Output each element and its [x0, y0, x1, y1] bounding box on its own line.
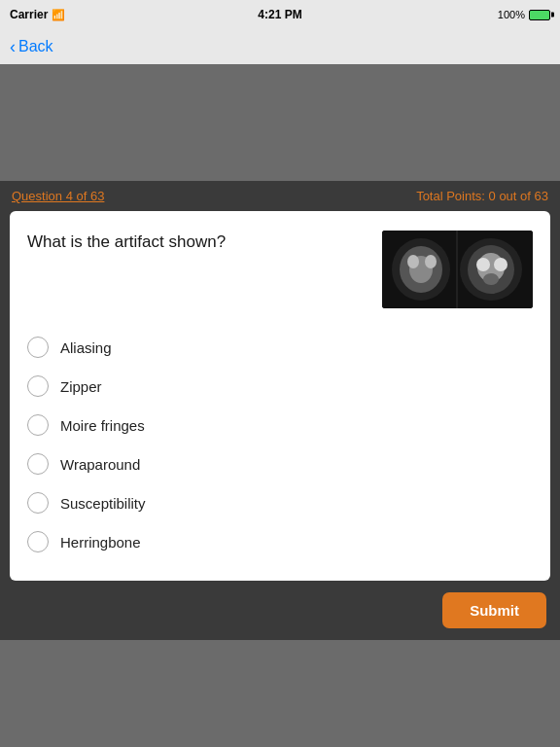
status-carrier: Carrier 📶 — [10, 8, 65, 21]
svg-point-5 — [425, 255, 437, 268]
nav-bar: ‹ Back — [0, 29, 560, 64]
radio-susceptibility[interactable] — [27, 492, 49, 514]
question-text: What is the artifact shown? — [27, 231, 382, 254]
status-time: 4:21 PM — [258, 8, 301, 21]
svg-point-4 — [407, 255, 419, 268]
option-wraparound-label: Wraparound — [60, 456, 140, 473]
option-moire[interactable]: Moire fringes — [27, 406, 533, 445]
status-right: 100% — [498, 9, 550, 20]
back-label: Back — [18, 38, 53, 55]
quiz-footer: Submit — [0, 581, 560, 640]
back-button[interactable]: ‹ Back — [10, 38, 53, 55]
battery-icon — [529, 10, 550, 20]
option-susceptibility[interactable]: Susceptibility — [27, 483, 533, 522]
radio-aliasing[interactable] — [27, 337, 49, 358]
option-aliasing[interactable]: Aliasing — [27, 328, 533, 367]
quiz-panel: Question 4 of 63 Total Points: 0 out of … — [0, 181, 560, 640]
chevron-left-icon: ‹ — [10, 38, 16, 55]
option-susceptibility-label: Susceptibility — [60, 495, 146, 512]
radio-zipper[interactable] — [27, 375, 49, 397]
gray-bottom-spacer — [0, 640, 560, 747]
mri-image — [382, 231, 533, 308]
option-herringbone-label: Herringbone — [60, 534, 141, 551]
option-zipper-label: Zipper — [60, 378, 102, 395]
option-wraparound[interactable]: Wraparound — [27, 445, 533, 483]
quiz-card: What is the artifact shown? — [10, 211, 550, 581]
radio-herringbone[interactable] — [27, 531, 49, 552]
radio-moire[interactable] — [27, 414, 49, 436]
question-row: What is the artifact shown? — [27, 231, 533, 308]
battery-percent: 100% — [498, 9, 525, 20]
option-herringbone[interactable]: Herringbone — [27, 522, 533, 561]
status-bar: Carrier 📶 4:21 PM 100% — [0, 0, 560, 29]
options-list: Aliasing Zipper Moire fringes Wraparound… — [27, 328, 533, 561]
option-zipper[interactable]: Zipper — [27, 367, 533, 406]
question-number: Question 4 of 63 — [12, 189, 104, 203]
wifi-icon: 📶 — [52, 9, 65, 21]
quiz-header: Question 4 of 63 Total Points: 0 out of … — [0, 181, 560, 211]
svg-point-9 — [476, 258, 490, 271]
carrier-label: Carrier — [10, 8, 48, 21]
svg-point-11 — [483, 273, 499, 285]
gray-top-spacer — [0, 64, 560, 181]
radio-wraparound[interactable] — [27, 453, 49, 475]
option-moire-label: Moire fringes — [60, 417, 145, 434]
total-points: Total Points: 0 out of 63 — [416, 189, 548, 203]
option-aliasing-label: Aliasing — [60, 339, 112, 356]
submit-button[interactable]: Submit — [442, 592, 546, 628]
svg-point-10 — [494, 258, 508, 271]
